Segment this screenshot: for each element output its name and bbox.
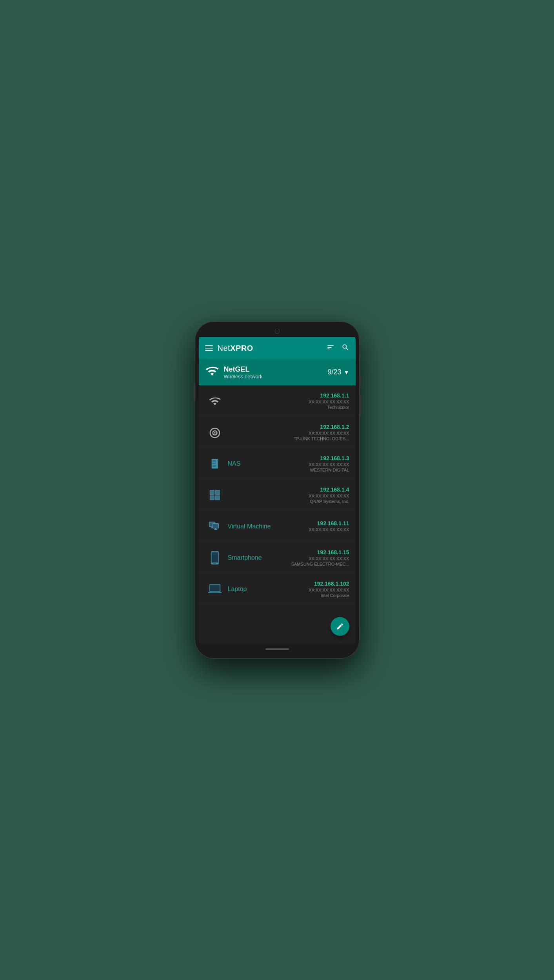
manufacturer-4: QNAP Systems, Inc. — [309, 499, 349, 504]
svg-rect-15 — [216, 496, 220, 500]
network-wifi-icon — [205, 364, 219, 381]
edit-icon — [336, 622, 344, 630]
device-count-text: 9/23 — [328, 368, 341, 376]
mac-address-2: XX:XX:XX:XX:XX:XX — [294, 431, 349, 436]
mac-address-1: XX:XX:XX:XX:XX:XX — [309, 399, 349, 404]
ip-prefix-4: 192.168.1. — [320, 486, 346, 493]
ip-prefix-1: 192.168.1. — [320, 392, 346, 399]
svg-point-0 — [214, 432, 216, 434]
hamburger-menu-button[interactable] — [205, 345, 213, 351]
volume-button — [193, 384, 195, 400]
app-title-normal: Net — [218, 344, 231, 352]
ip-prefix-3: 192.168.1. — [320, 455, 346, 461]
ip-address-2: 192.168.1.2 — [294, 424, 349, 430]
device-name-6: Smartphone — [225, 554, 291, 561]
device-item[interactable]: 192.168.1.4 XX:XX:XX:XX:XX:XX QNAP Syste… — [199, 479, 356, 511]
app-title: NetXPRO — [218, 344, 253, 353]
device-icon-wifi — [205, 395, 225, 407]
network-info: NetGEL Wireless network — [224, 365, 323, 379]
app-title-bold: XPRO — [230, 344, 253, 352]
manufacturer-6: SAMSUNG ELECTRO-MEC... — [291, 562, 349, 566]
svg-rect-14 — [210, 496, 214, 500]
phone-nav-bar — [199, 644, 356, 655]
device-name-3: NAS — [225, 460, 309, 467]
ip-prefix-6: 192.168.1. — [317, 549, 343, 555]
device-icon-smartphone — [205, 551, 225, 565]
svg-rect-12 — [210, 490, 214, 494]
bixby-button — [360, 394, 361, 416]
svg-point-6 — [216, 463, 216, 464]
svg-rect-21 — [213, 524, 218, 528]
manufacturer-7: Intel Corporate — [309, 593, 349, 598]
network-header[interactable]: NetGEL Wireless network 9/23 ▼ — [199, 359, 356, 385]
ip-suffix-3: 3 — [346, 455, 349, 461]
network-name: NetGEL — [224, 365, 323, 374]
network-dropdown-arrow: ▼ — [344, 369, 349, 376]
manufacturer-1: Technicolor — [309, 405, 349, 410]
svg-rect-29 — [210, 584, 220, 591]
device-item[interactable]: Smartphone 192.168.1.15 XX:XX:XX:XX:XX:X… — [199, 542, 356, 573]
camera-bar — [199, 325, 356, 337]
mac-address-3: XX:XX:XX:XX:XX:XX — [309, 462, 349, 467]
ip-prefix-7: 192.168.1. — [314, 581, 340, 587]
ip-suffix-2: 2 — [346, 424, 349, 430]
mac-address-7: XX:XX:XX:XX:XX:XX — [309, 588, 349, 592]
ip-suffix-7: 102 — [340, 581, 349, 587]
ip-address-6: 192.168.1.15 — [291, 549, 349, 555]
device-list: 192.168.1.1 XX:XX:XX:XX:XX:XX Technicolo… — [199, 385, 356, 644]
mac-address-4: XX:XX:XX:XX:XX:XX — [309, 494, 349, 498]
ip-address-1: 192.168.1.1 — [309, 392, 349, 399]
device-details-4: 192.168.1.4 XX:XX:XX:XX:XX:XX QNAP Syste… — [309, 486, 349, 504]
svg-point-5 — [216, 460, 216, 461]
svg-rect-26 — [214, 563, 216, 564]
network-subtitle: Wireless network — [224, 374, 323, 379]
network-device-count[interactable]: 9/23 ▼ — [328, 368, 349, 376]
ip-suffix-5: 11 — [343, 520, 349, 526]
device-icon-vm — [205, 519, 225, 534]
device-item[interactable]: 192.168.1.2 XX:XX:XX:XX:XX:XX TP-LINK TE… — [199, 417, 356, 448]
device-details-2: 192.168.1.2 XX:XX:XX:XX:XX:XX TP-LINK TE… — [294, 424, 349, 441]
ip-prefix-5: 192.168.1. — [317, 520, 343, 526]
ip-suffix-1: 1 — [346, 392, 349, 399]
device-details-5: 192.168.1.11 XX:XX:XX:XX:XX:XX — [309, 520, 349, 533]
fab-edit-button[interactable] — [331, 617, 349, 636]
manufacturer-2: TP-LINK TECHNOLOGIES... — [294, 436, 349, 441]
ip-address-5: 192.168.1.11 — [309, 520, 349, 526]
ip-suffix-6: 15 — [343, 549, 349, 555]
device-item[interactable]: NAS 192.168.1.3 XX:XX:XX:XX:XX:XX WESTER… — [199, 448, 356, 479]
svg-rect-13 — [216, 490, 220, 494]
device-details-1: 192.168.1.1 XX:XX:XX:XX:XX:XX Technicolo… — [309, 392, 349, 410]
device-details-3: 192.168.1.3 XX:XX:XX:XX:XX:XX WESTERN DI… — [309, 455, 349, 472]
svg-point-7 — [216, 465, 216, 466]
svg-rect-25 — [211, 552, 218, 563]
device-details-6: 192.168.1.15 XX:XX:XX:XX:XX:XX SAMSUNG E… — [291, 549, 349, 566]
ip-suffix-4: 4 — [346, 486, 349, 493]
device-item[interactable]: Virtual Machine 192.168.1.11 XX:XX:XX:XX… — [199, 511, 356, 542]
device-icon-laptop — [205, 583, 225, 595]
front-camera — [274, 328, 280, 334]
power-button — [360, 376, 361, 388]
mac-address-6: XX:XX:XX:XX:XX:XX — [291, 556, 349, 561]
app-bar: NetXPRO — [199, 337, 356, 359]
device-icon-nas — [205, 457, 225, 470]
device-item[interactable]: Laptop 192.168.1.102 XX:XX:XX:XX:XX:XX I… — [199, 573, 356, 605]
svg-rect-23 — [214, 529, 217, 530]
search-button[interactable] — [341, 343, 349, 353]
manufacturer-3: WESTERN DIGITAL — [309, 468, 349, 472]
svg-rect-31 — [213, 592, 217, 593]
mac-address-5: XX:XX:XX:XX:XX:XX — [309, 527, 349, 532]
device-details-7: 192.168.1.102 XX:XX:XX:XX:XX:XX Intel Co… — [309, 581, 349, 598]
ip-address-7: 192.168.1.102 — [309, 581, 349, 587]
svg-rect-27 — [214, 552, 216, 552]
app-bar-right — [327, 343, 349, 353]
device-name-5: Virtual Machine — [225, 523, 309, 530]
device-item[interactable]: 192.168.1.1 XX:XX:XX:XX:XX:XX Technicolo… — [199, 385, 356, 417]
ip-address-4: 192.168.1.4 — [309, 486, 349, 493]
svg-rect-22 — [215, 528, 216, 529]
app-bar-left: NetXPRO — [205, 344, 253, 353]
filter-button[interactable] — [327, 343, 334, 353]
phone-screen: NetXPRO — [199, 325, 356, 655]
phone-frame: NetXPRO — [195, 321, 360, 659]
device-icon-broadcast — [205, 426, 225, 439]
ip-prefix-2: 192.168.1. — [320, 424, 346, 430]
